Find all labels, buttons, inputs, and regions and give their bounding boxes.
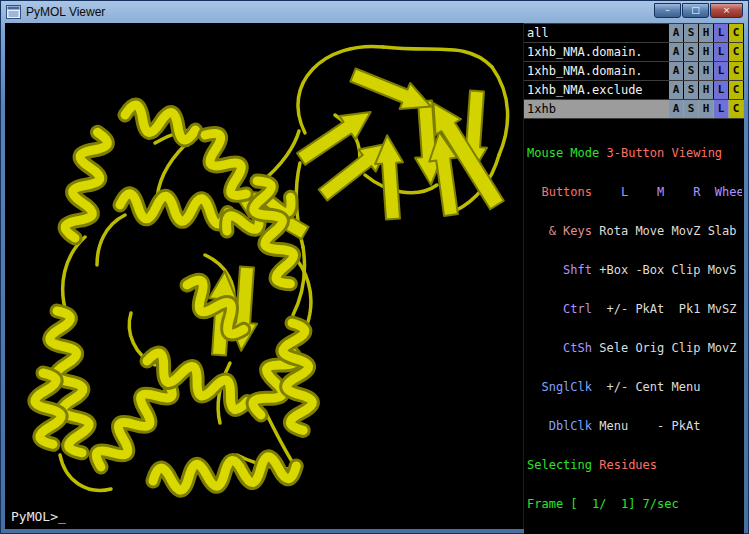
- pymol-window: PyMOL Viewer – □ ×: [0, 0, 749, 534]
- label-button[interactable]: L: [714, 100, 728, 118]
- hide-button[interactable]: H: [699, 62, 713, 80]
- selecting-indicator[interactable]: Selecting Residues: [527, 459, 742, 472]
- mouse-matrix-row-dblclk: DblClk Menu - PkAt: [527, 420, 742, 433]
- frame-indicator: Frame [ 1/ 1] 7/sec: [527, 498, 742, 511]
- control-panel: all A S H L C 1xhb_NMA.domain. A S H L C…: [523, 23, 744, 529]
- object-row-domain-2: 1xhb_NMA.domain. A S H L C: [524, 62, 744, 80]
- window-controls: – □ ×: [654, 3, 743, 18]
- viewport-canvas[interactable]: PyMOL>_: [5, 23, 523, 529]
- label-button[interactable]: L: [714, 24, 728, 42]
- object-name[interactable]: all: [524, 24, 668, 42]
- object-name[interactable]: 1xhb_NMA.exclude: [524, 81, 668, 99]
- mouse-matrix-row-ctsh: CtSh Sele Orig Clip MovZ: [527, 342, 742, 355]
- close-button[interactable]: ×: [710, 3, 743, 18]
- label-button[interactable]: L: [714, 62, 728, 80]
- color-button[interactable]: C: [729, 43, 743, 61]
- action-button[interactable]: A: [669, 81, 683, 99]
- show-button[interactable]: S: [684, 81, 698, 99]
- mouse-matrix-row-snglclk: SnglClk +/- Cent Menu: [527, 381, 742, 394]
- protein-structure: [5, 23, 523, 529]
- show-button[interactable]: S: [684, 62, 698, 80]
- action-button[interactable]: A: [669, 62, 683, 80]
- mouse-matrix-row-shift: Shft +Box -Box Clip MovS: [527, 264, 742, 277]
- titlebar[interactable]: PyMOL Viewer – □ ×: [1, 1, 748, 23]
- command-prompt[interactable]: PyMOL>_: [11, 509, 66, 524]
- show-button[interactable]: S: [684, 100, 698, 118]
- object-row-domain-1: 1xhb_NMA.domain. A S H L C: [524, 43, 744, 61]
- window-title: PyMOL Viewer: [26, 5, 649, 19]
- label-button[interactable]: L: [714, 43, 728, 61]
- color-button[interactable]: C: [729, 81, 743, 99]
- hide-button[interactable]: H: [699, 43, 713, 61]
- hide-button[interactable]: H: [699, 81, 713, 99]
- show-button[interactable]: S: [684, 24, 698, 42]
- object-row-1xhb: 1xhb A S H L C: [524, 100, 744, 118]
- object-row-exclude: 1xhb_NMA.exclude A S H L C: [524, 81, 744, 99]
- action-button[interactable]: A: [669, 100, 683, 118]
- object-list: all A S H L C 1xhb_NMA.domain. A S H L C…: [524, 23, 744, 119]
- hide-button[interactable]: H: [699, 100, 713, 118]
- protein-helices: [31, 103, 315, 493]
- color-button[interactable]: C: [729, 62, 743, 80]
- window-content: PyMOL>_ all A S H L C 1xhb_NMA.domain. A…: [5, 23, 744, 529]
- mouse-mode-header[interactable]: Mouse Mode 3-Button Viewing: [527, 147, 742, 160]
- mouse-status-panel: Mouse Mode 3-Button Viewing Buttons L M …: [524, 119, 744, 534]
- show-button[interactable]: S: [684, 43, 698, 61]
- object-name[interactable]: 1xhb_NMA.domain.: [524, 62, 668, 80]
- color-button[interactable]: C: [729, 24, 743, 42]
- app-icon: [6, 5, 21, 19]
- mouse-matrix-row-ctrl: Ctrl +/- PkAt Pk1 MvSZ: [527, 303, 742, 316]
- minimize-button[interactable]: –: [654, 3, 681, 18]
- action-button[interactable]: A: [669, 24, 683, 42]
- hide-button[interactable]: H: [699, 24, 713, 42]
- object-row-all: all A S H L C: [524, 24, 744, 42]
- action-button[interactable]: A: [669, 43, 683, 61]
- mouse-matrix-row-keys: & Keys Rota Move MovZ Slab: [527, 225, 742, 238]
- maximize-button[interactable]: □: [682, 3, 709, 18]
- color-button[interactable]: C: [729, 100, 743, 118]
- mouse-matrix-header: Buttons L M R Wheel: [527, 186, 742, 199]
- object-name[interactable]: 1xhb: [524, 100, 668, 118]
- object-name[interactable]: 1xhb_NMA.domain.: [524, 43, 668, 61]
- label-button[interactable]: L: [714, 81, 728, 99]
